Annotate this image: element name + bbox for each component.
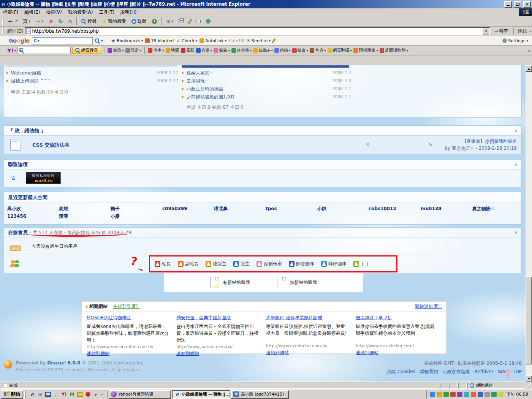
quicklaunch-mail-icon[interactable]: ✉ bbox=[37, 391, 43, 397]
go-button[interactable]: → 移至 bbox=[492, 28, 510, 35]
google-search-go-button[interactable]: ▾ bbox=[95, 38, 103, 43]
history-button[interactable] bbox=[150, 18, 159, 25]
scroll-up-button[interactable] bbox=[526, 65, 532, 72]
ad-visit-link[interactable]: 連結到網站 bbox=[266, 350, 289, 355]
member-link[interactable]: 喵北鼻 bbox=[214, 205, 263, 212]
task-button-chat-window[interactable]: 高小政 (asd7374415) bbox=[231, 390, 289, 399]
tray-icon[interactable] bbox=[498, 392, 504, 397]
quicklaunch-app-icon[interactable] bbox=[85, 391, 91, 397]
yahoo-item-music[interactable]: 音樂▾ bbox=[196, 48, 212, 53]
ad-title-link[interactable]: 股票網路下單 2折 bbox=[356, 315, 438, 321]
discuz-link[interactable]: Discuz! bbox=[47, 360, 66, 366]
member-link[interactable]: 夏之物語☆ bbox=[472, 205, 521, 212]
member-link[interactable]: 高小政 bbox=[7, 205, 56, 212]
forum-link[interactable]: CSS 交流語法區 bbox=[32, 142, 69, 149]
member-link[interactable]: 漢漢 bbox=[59, 212, 108, 220]
tray-icon[interactable] bbox=[464, 392, 469, 397]
discuss-button[interactable] bbox=[194, 19, 203, 24]
toolbar-grip[interactable] bbox=[3, 47, 4, 54]
thread-link[interactable]: 游標上傳測試 ^^" bbox=[11, 78, 49, 84]
member-link[interactable]: 鴨子 bbox=[111, 205, 159, 212]
yahoo-item-notepad[interactable]: 迷你筆▾ bbox=[231, 48, 252, 53]
ad-visit-link[interactable]: 連結到網站 bbox=[176, 351, 199, 356]
yahoo-item-maps[interactable]: 地圖 bbox=[166, 48, 179, 53]
google-spellcheck-button[interactable]: ✓Check▾ bbox=[176, 38, 197, 43]
google-bookmarks-button[interactable]: ★Bookmarks▾ bbox=[111, 38, 143, 43]
yahoo-item-antispyware[interactable]: 反間諜軟體▾ bbox=[380, 48, 408, 53]
ad-visit-link[interactable]: 連結到網站 bbox=[87, 351, 109, 356]
menu-file[interactable]: 檔案(F) bbox=[0, 8, 21, 16]
member-link[interactable]: 小趴 bbox=[317, 205, 366, 212]
google-highlight-button[interactable] bbox=[273, 38, 274, 43]
address-input[interactable]: http://bbs.tw789.net/bbs.php ▾ bbox=[25, 27, 491, 35]
address-url[interactable]: http://bbs.tw789.net/bbs.php bbox=[32, 28, 481, 34]
thread-link[interactable]: 小政生日時的祝福 bbox=[187, 86, 223, 92]
yahoo-search-input[interactable] bbox=[22, 48, 76, 53]
task-button-yahoo-messenger[interactable]: Yahoo!奇摩即時通 bbox=[109, 390, 171, 399]
maximize-button[interactable] bbox=[514, 1, 521, 8]
home-button[interactable]: ⌂ bbox=[66, 17, 74, 25]
yahoo-item-movies[interactable]: 電影 bbox=[181, 48, 195, 53]
taskbar-clock[interactable]: 下午 06:58 bbox=[507, 391, 528, 397]
archiver-link[interactable]: Archiver bbox=[475, 369, 494, 374]
quicklaunch-media-player-icon[interactable]: ♪ bbox=[53, 391, 59, 397]
tray-icon[interactable] bbox=[457, 392, 462, 397]
media-button[interactable]: 媒體 bbox=[129, 17, 149, 26]
mail-dropdown-icon[interactable]: ▾ bbox=[172, 19, 174, 23]
tray-icon[interactable] bbox=[471, 392, 476, 397]
member-link[interactable]: tpes bbox=[266, 205, 314, 212]
member-link[interactable]: 屁屁 bbox=[59, 205, 108, 212]
yahoo-search-box[interactable]: ▾ bbox=[17, 47, 71, 54]
close-button[interactable]: × bbox=[523, 1, 531, 8]
quicklaunch-yahoo-icon[interactable]: Y! bbox=[61, 391, 67, 397]
start-button[interactable]: 開始 bbox=[1, 390, 23, 399]
mail-button[interactable]: ✉ ▾ bbox=[164, 18, 176, 25]
yahoo-item-bookmarks[interactable]: 書籤▾ bbox=[108, 48, 124, 53]
quicklaunch-ie-icon[interactable]: e bbox=[29, 391, 35, 397]
google-sendto-button[interactable]: ✉Send to▾ bbox=[246, 38, 271, 43]
menu-tools[interactable]: 工具(T) bbox=[96, 8, 117, 16]
tray-icon[interactable] bbox=[478, 392, 483, 397]
member-link[interactable]: robs10012 bbox=[369, 205, 418, 212]
google-search-input[interactable] bbox=[40, 38, 94, 43]
google-settings-button[interactable]: Settings▾ bbox=[502, 38, 528, 43]
yahoo-item-dictionary[interactable]: 字典▾ bbox=[310, 48, 326, 53]
member-link[interactable]: 123456 bbox=[7, 212, 56, 220]
tray-icon[interactable] bbox=[430, 392, 435, 397]
minimize-button[interactable] bbox=[504, 1, 512, 8]
menu-edit[interactable]: 編輯(E) bbox=[21, 8, 43, 16]
quicklaunch-msn-icon[interactable]: M bbox=[69, 391, 75, 397]
keyword-ads-link[interactable]: 關鍵連結廣告 bbox=[415, 303, 442, 310]
toolbar-grip[interactable] bbox=[2, 28, 3, 35]
quicklaunch-folder-icon[interactable] bbox=[77, 391, 83, 397]
tray-icon[interactable] bbox=[491, 392, 497, 397]
yahoo-item-auctions[interactable]: 拍賣▾ bbox=[292, 48, 309, 53]
collapse-icon[interactable]: ∧ bbox=[514, 162, 518, 167]
toolbar-grip[interactable] bbox=[3, 38, 4, 44]
toolbar-grip[interactable] bbox=[2, 18, 3, 25]
quicklaunch-overflow-chevron[interactable]: » bbox=[101, 393, 103, 396]
favorites-button[interactable]: ★ 我的最愛 bbox=[100, 17, 128, 26]
links-label[interactable]: 連結 bbox=[518, 28, 527, 35]
ad-title-link[interactable]: 喬安旅遊 - 金典中國新遊蹤 bbox=[176, 315, 258, 321]
yahoo-item-mail[interactable]: 信箱▾ bbox=[274, 48, 291, 53]
address-dropdown-button[interactable]: ▾ bbox=[483, 28, 489, 35]
tray-icon[interactable] bbox=[437, 392, 442, 397]
thread-link[interactable]: 去清境玩~ bbox=[187, 78, 209, 84]
refresh-button[interactable]: ↻ bbox=[56, 17, 65, 25]
post-ad-link[interactable]: 在此刊登廣告 bbox=[113, 303, 140, 310]
tray-icon[interactable] bbox=[450, 392, 456, 397]
member-link[interactable]: 小露 bbox=[111, 212, 159, 220]
edit-button[interactable] bbox=[187, 18, 193, 25]
contact-link[interactable]: 聯繫我們 bbox=[420, 369, 438, 374]
stop-button[interactable]: × bbox=[46, 17, 55, 25]
thread-link[interactable]: 送給大家搭~ bbox=[187, 70, 213, 76]
yahoo-logo[interactable]: Y!▾ bbox=[7, 48, 16, 54]
ad-title-link[interactable]: 大學眼科-給你專業眼科診療 bbox=[266, 315, 348, 321]
official-forum-link[interactable]: 小政官方論壇 bbox=[443, 369, 470, 374]
back-button[interactable]: ← 上一頁 ▾ bbox=[6, 17, 33, 26]
tray-icon[interactable] bbox=[443, 392, 449, 397]
quicklaunch-player-icon[interactable]: ▸ bbox=[93, 391, 99, 397]
yahoo-web-search-button[interactable]: 網頁搜尋 bbox=[72, 47, 101, 54]
print-button[interactable] bbox=[176, 18, 186, 24]
